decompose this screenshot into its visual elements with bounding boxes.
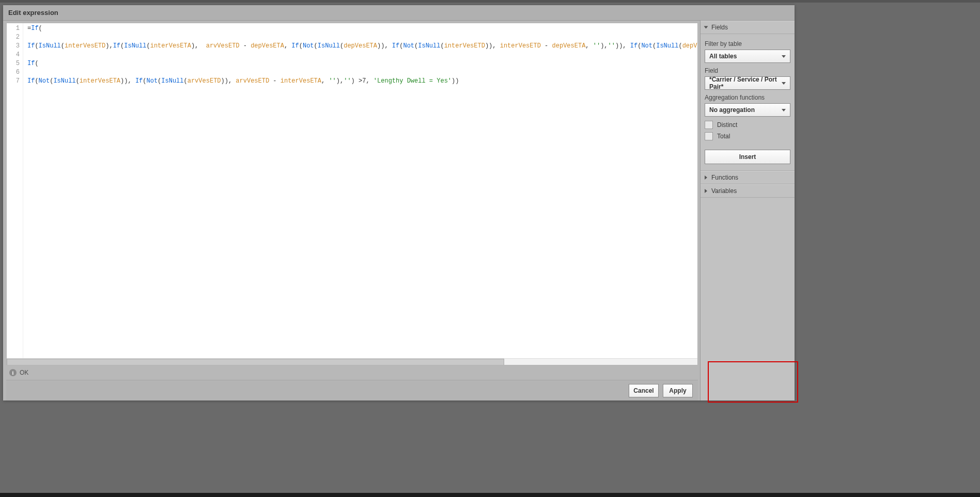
accordion-functions[interactable]: Functions	[701, 171, 795, 184]
insert-button[interactable]: Insert	[705, 150, 790, 164]
side-panel-spacer	[701, 198, 795, 400]
app-topbar-dimmed	[0, 0, 980, 3]
editor-hscroll-thumb[interactable]	[7, 359, 504, 365]
fields-section: Filter by table All tables Field *Carrie…	[701, 34, 795, 171]
accordion-variables-label: Variables	[711, 187, 737, 195]
distinct-row[interactable]: Distinct	[705, 121, 790, 129]
filter-by-table-label: Filter by table	[705, 40, 790, 47]
distinct-checkbox[interactable]	[705, 121, 713, 129]
edit-expression-dialog: Edit expression 1234567 =If( If(IsNull(i…	[3, 5, 795, 400]
distinct-label: Distinct	[717, 121, 737, 129]
dialog-button-row: Cancel Apply	[6, 380, 698, 400]
field-select[interactable]: *Carrier / Service / Port Pair*	[705, 76, 790, 90]
editor-line-gutter: 1234567	[7, 23, 23, 365]
side-panel: Fields Filter by table All tables Field …	[700, 21, 795, 400]
editor-status-row: i OK	[6, 365, 698, 380]
field-label: Field	[705, 67, 790, 74]
editor-column: 1234567 =If( If(IsNull(interVesETD),If(I…	[3, 21, 700, 400]
total-checkbox[interactable]	[705, 132, 713, 140]
apply-button[interactable]: Apply	[663, 384, 693, 397]
filter-by-table-select[interactable]: All tables	[705, 50, 790, 63]
filter-by-table-value: All tables	[709, 53, 737, 60]
total-label: Total	[717, 133, 730, 140]
accordion-fields-label: Fields	[711, 24, 728, 31]
editor-code-area[interactable]: =If( If(IsNull(interVesETD),If(IsNull(in…	[23, 23, 697, 365]
caret-right-icon	[705, 189, 707, 193]
accordion-fields[interactable]: Fields	[701, 21, 795, 34]
accordion-functions-label: Functions	[711, 174, 738, 181]
accordion-variables[interactable]: Variables	[701, 184, 795, 198]
editor-hscrollbar[interactable]	[7, 358, 697, 365]
total-row[interactable]: Total	[705, 132, 790, 140]
os-taskbar-sliver	[0, 493, 980, 497]
info-icon: i	[9, 369, 17, 376]
editor-status-text: OK	[20, 369, 28, 376]
caret-down-icon	[704, 26, 708, 29]
dialog-title: Edit expression	[3, 5, 795, 21]
expression-editor[interactable]: 1234567 =If( If(IsNull(interVesETD),If(I…	[6, 23, 698, 365]
dialog-body: 1234567 =If( If(IsNull(interVesETD),If(I…	[3, 21, 795, 400]
caret-right-icon	[705, 175, 707, 180]
field-select-value: *Carrier / Service / Port Pair*	[709, 76, 780, 90]
aggregation-select[interactable]: No aggregation	[705, 103, 790, 117]
aggregation-label: Aggregation functions	[705, 94, 790, 101]
cancel-button[interactable]: Cancel	[629, 384, 659, 397]
aggregation-select-value: No aggregation	[709, 106, 755, 114]
